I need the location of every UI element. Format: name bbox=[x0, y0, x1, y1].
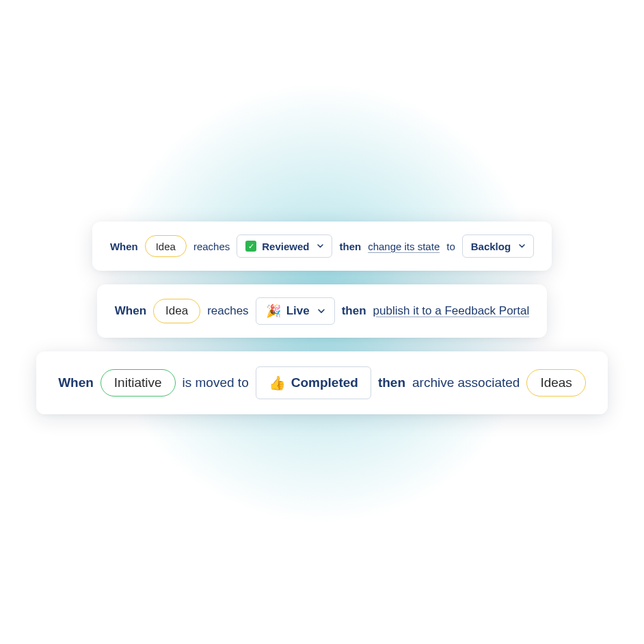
verb-text: reaches bbox=[193, 241, 230, 252]
status-label: Live bbox=[286, 304, 310, 318]
status-dropdown[interactable]: 🎉 Live bbox=[256, 297, 335, 325]
target-pill-ideas[interactable]: Ideas bbox=[526, 369, 585, 397]
chevron-down-icon bbox=[317, 244, 323, 248]
automation-rule-card: When Idea reaches ✓ Reviewed then change… bbox=[92, 222, 552, 271]
entity-pill-initiative[interactable]: Initiative bbox=[100, 369, 176, 397]
action-suffix: to bbox=[446, 241, 455, 252]
action-text: archive associated bbox=[412, 375, 520, 390]
target-dropdown[interactable]: Backlog bbox=[462, 234, 534, 258]
check-icon: ✓ bbox=[245, 241, 256, 252]
thumbs-up-emoji-icon: 👍 bbox=[269, 375, 286, 391]
status-dropdown[interactable]: 👍 Completed bbox=[256, 366, 371, 399]
then-keyword: then bbox=[339, 241, 361, 252]
automation-rules-list: When Idea reaches ✓ Reviewed then change… bbox=[0, 0, 644, 414]
target-label: Backlog bbox=[471, 241, 511, 252]
status-label: Reviewed bbox=[262, 241, 309, 252]
when-keyword: When bbox=[115, 304, 146, 318]
automation-rule-card: When Initiative is moved to 👍 Completed … bbox=[36, 351, 608, 414]
entity-pill-idea[interactable]: Idea bbox=[153, 299, 200, 323]
chevron-down-icon bbox=[519, 244, 525, 248]
then-keyword: then bbox=[342, 304, 366, 318]
chevron-down-icon bbox=[318, 309, 325, 314]
verb-text: reaches bbox=[207, 304, 248, 318]
then-keyword: then bbox=[378, 375, 405, 390]
entity-pill-idea[interactable]: Idea bbox=[145, 235, 187, 257]
when-keyword: When bbox=[110, 241, 138, 252]
verb-text: is moved to bbox=[183, 375, 249, 390]
party-emoji-icon: 🎉 bbox=[266, 304, 281, 319]
action-link[interactable]: change its state bbox=[368, 241, 440, 252]
status-dropdown[interactable]: ✓ Reviewed bbox=[237, 234, 332, 258]
when-keyword: When bbox=[58, 375, 94, 390]
status-label: Completed bbox=[291, 375, 358, 390]
automation-rule-card: When Idea reaches 🎉 Live then publish it… bbox=[97, 284, 547, 338]
action-link[interactable]: publish it to a Feedback Portal bbox=[373, 304, 530, 318]
